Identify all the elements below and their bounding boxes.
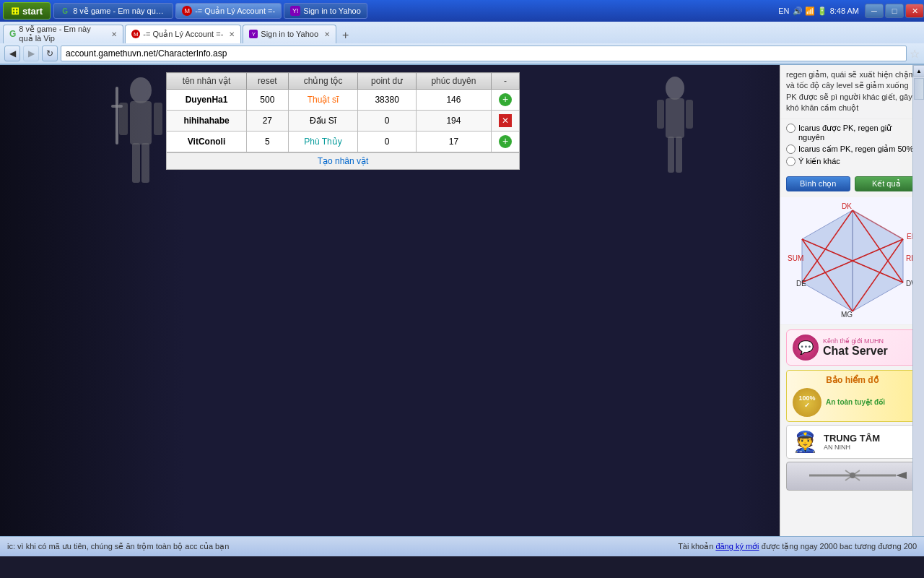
new-tab-button[interactable]: + xyxy=(338,27,353,43)
svg-point-0 xyxy=(130,77,152,103)
character-table: tên nhân vật reset chủng tộc point dư ph… xyxy=(166,72,520,170)
svg-text:DE: DE xyxy=(796,280,806,288)
poll-radio-3[interactable] xyxy=(786,157,796,166)
char-action-3[interactable]: + xyxy=(492,131,520,152)
security-sub: AN NINH xyxy=(824,444,880,451)
browser-tab-game-label: 8 vẽ game - Em này quả là Vip xyxy=(19,25,105,43)
svg-rect-11 xyxy=(686,100,693,129)
tab-favicon-account: M xyxy=(182,6,192,16)
chat-server-banner[interactable]: 💬 Kênh thế giới MUHN Chat Server xyxy=(786,329,918,366)
browser-tab-bar: G 8 vẽ game - Em này quả là Vip ✕ M -= Q… xyxy=(0,22,924,43)
browser-tab-account-close[interactable]: ✕ xyxy=(229,30,235,38)
taskbar-tab-yahoo[interactable]: Y! Sign in to Yahoo xyxy=(284,3,367,19)
svg-rect-13 xyxy=(676,137,682,173)
scroll-thumb[interactable] xyxy=(914,78,924,100)
col-header-reset: reset xyxy=(247,73,289,90)
register-link[interactable]: đăng ký mới xyxy=(715,542,759,551)
browser-tab-yahoo-favicon: Y xyxy=(249,30,258,38)
security-officer-icon: 👮 xyxy=(793,430,818,454)
security-banner[interactable]: 👮 TRUNG TÂM AN NINH xyxy=(786,425,918,459)
main-content: tên nhân vật reset chủng tộc point dư ph… xyxy=(166,72,520,170)
col-header-point: point dư xyxy=(358,73,416,90)
forward-button[interactable]: ▶ xyxy=(23,46,39,61)
taskbar-tab-game[interactable]: G 8 vẽ game - Em này quả là Vip xyxy=(53,3,173,19)
browser-tab-yahoo[interactable]: Y Sign in to Yahoo ✕ xyxy=(243,25,336,43)
bookmark-star-icon[interactable]: ☆ xyxy=(910,47,920,61)
poll-option-1: Icarus được PK, regen giữ nguyên xyxy=(786,124,918,142)
svg-rect-12 xyxy=(668,137,674,173)
poll-radio-1[interactable] xyxy=(786,124,796,133)
char-point-1: 38380 xyxy=(358,90,416,111)
svg-text:SUM: SUM xyxy=(788,254,803,262)
start-button[interactable]: ⊞ start xyxy=(3,2,51,20)
char-phuc-3: 17 xyxy=(416,131,491,152)
back-button[interactable]: ◀ xyxy=(4,46,20,61)
insurance-title: Bảo hiểm đồ xyxy=(793,375,912,385)
svg-rect-3 xyxy=(154,103,162,135)
chat-server-name: Chat Server xyxy=(823,345,888,358)
char-name-1: DuyenHa1 xyxy=(167,90,247,111)
remove-button-2[interactable]: ✕ xyxy=(499,114,512,127)
scroll-up-button[interactable]: ▲ xyxy=(913,65,924,77)
add-button-1[interactable]: + xyxy=(499,93,512,106)
address-bar[interactable] xyxy=(61,46,907,61)
character-right-illustration xyxy=(650,72,700,195)
status-register: Tài khoản đăng ký mới được tặng ngay 200… xyxy=(678,542,917,551)
nav-bar: ◀ ▶ ↻ ☆ xyxy=(0,43,924,64)
char-action-2[interactable]: ✕ xyxy=(492,111,520,131)
browser-tab-account-label: -= Quản Lý Account =- xyxy=(143,30,223,39)
result-button[interactable]: Kết quả xyxy=(855,176,919,191)
browser-chrome: G 8 vẽ game - Em này quả là Vip ✕ M -= Q… xyxy=(0,22,924,65)
taskbar-time: 8:48 AM xyxy=(830,7,859,15)
char-phuc-1: 146 xyxy=(416,90,491,111)
col-header-action: - xyxy=(492,73,520,90)
taskbar-icons: 🔊 📶 🔋 xyxy=(793,7,827,16)
poll-radio-2[interactable] xyxy=(786,144,796,154)
create-character-link[interactable]: Tạo nhân vật xyxy=(167,152,519,169)
add-button-3[interactable]: + xyxy=(499,135,512,148)
table-row: hihihahabe 27 Đấu Sĩ 0 194 ✕ xyxy=(167,111,520,131)
close-button[interactable]: ✕ xyxy=(905,4,924,18)
reload-button[interactable]: ↻ xyxy=(42,46,58,61)
table-row: VitConoli 5 Phù Thủy 0 17 + xyxy=(167,131,520,152)
security-title: TRUNG TÂM xyxy=(824,433,880,444)
security-text: TRUNG TÂM AN NINH xyxy=(824,433,880,451)
poll-option-3-label: Ý kiến khác xyxy=(798,157,840,166)
insurance-sub: An toàn tuyệt đối xyxy=(826,398,885,406)
vote-button[interactable]: Bình chọn xyxy=(786,176,850,191)
minimize-button[interactable]: ─ xyxy=(865,4,884,18)
insurance-banner[interactable]: Bảo hiểm đồ 100%✓ An toàn tuyệt đối xyxy=(786,370,918,422)
browser-tab-game-close[interactable]: ✕ xyxy=(111,30,117,38)
taskbar-tab-account-label: -= Quản Lý Account =- xyxy=(195,7,275,16)
taskbar-right: EN 🔊 📶 🔋 8:48 AM xyxy=(778,7,865,16)
svg-marker-36 xyxy=(896,472,907,479)
character-left-illustration xyxy=(108,72,173,195)
poll-buttons: Bình chọn Kết quả xyxy=(780,173,924,197)
taskbar-lang: EN xyxy=(778,7,789,15)
chat-bubble-icon: 💬 xyxy=(793,335,819,361)
page-scrollbar[interactable]: ▲ ▼ xyxy=(912,65,924,556)
svg-rect-1 xyxy=(130,101,152,144)
char-class-2: Đấu Sĩ xyxy=(288,111,358,131)
char-action-1[interactable]: + xyxy=(492,90,520,111)
char-point-2: 0 xyxy=(358,111,416,131)
svg-point-39 xyxy=(850,473,855,478)
char-point-3: 0 xyxy=(358,131,416,152)
browser-tab-yahoo-close[interactable]: ✕ xyxy=(324,30,330,38)
browser-tab-game[interactable]: G 8 vẽ game - Em này quả là Vip ✕ xyxy=(3,25,123,43)
browser-tab-yahoo-label: Sign in to Yahoo xyxy=(261,30,318,38)
start-label: start xyxy=(22,6,43,17)
maximize-button[interactable]: □ xyxy=(885,4,904,18)
poll-options: Icarus được PK, regen giữ nguyên Icarus … xyxy=(780,119,924,173)
taskbar-tab-account[interactable]: M -= Quản Lý Account =- xyxy=(175,3,282,19)
status-notice: ic: vì khi có mã ưu tiên, chúng sẽ ăn tr… xyxy=(7,542,663,551)
char-name-2: hihihahabe xyxy=(167,111,247,131)
svg-rect-10 xyxy=(657,100,664,129)
char-class-3: Phù Thủy xyxy=(288,131,358,152)
svg-text:MG: MG xyxy=(840,311,852,319)
svg-text:DK: DK xyxy=(842,203,852,210)
browser-content: tên nhân vật reset chủng tộc point dư ph… xyxy=(0,65,924,556)
sword-banner[interactable] xyxy=(786,462,918,491)
right-sidebar: regen giảm, quái sẽ xuất hiện chậm và tố… xyxy=(780,65,924,556)
browser-tab-account[interactable]: M -= Quản Lý Account =- ✕ xyxy=(125,25,241,43)
